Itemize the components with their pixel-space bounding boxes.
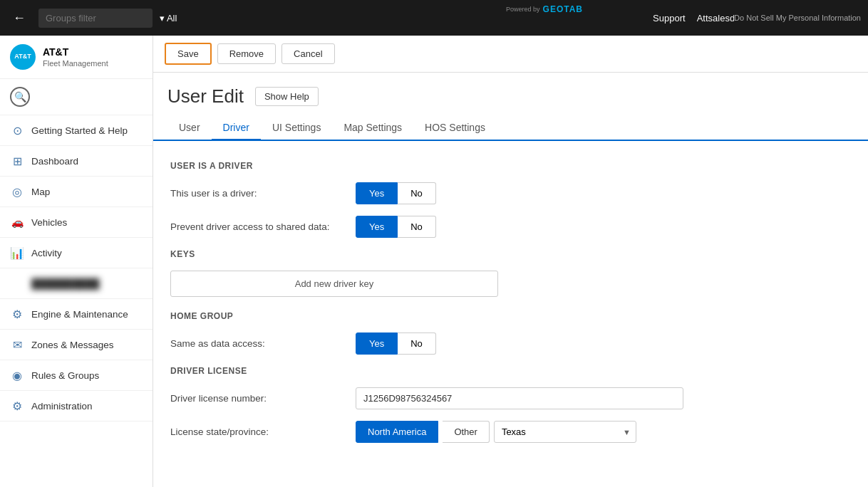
brand-name: AT&T (43, 46, 108, 58)
add-driver-key-button[interactable]: Add new driver key (170, 271, 498, 297)
tab-ui-settings[interactable]: UI Settings (261, 116, 332, 141)
north-america-button[interactable]: North America (356, 421, 438, 443)
sidebar-item-administration[interactable]: ⚙ Administration (0, 391, 153, 421)
sidebar-item-engine[interactable]: ⚙ Engine & Maintenance (0, 299, 153, 330)
sidebar-item-label: Vehicles (31, 217, 67, 228)
prevent-driver-access-row: Prevent driver access to shared data: Ye… (170, 216, 851, 238)
form-content: USER IS A DRIVER This user is a driver: … (153, 141, 868, 468)
brand-sub: Fleet Management (43, 58, 108, 68)
same-as-no-button[interactable]: No (398, 332, 436, 355)
support-link[interactable]: Support (653, 13, 686, 23)
this-user-driver-row: This user is a driver: Yes No (170, 182, 851, 204)
sidebar-item-map[interactable]: ◎ Map (0, 177, 153, 207)
tab-map-settings[interactable]: Map Settings (332, 116, 413, 141)
state-province-select[interactable]: Texas California Florida New York Other (494, 421, 636, 443)
state-select-wrapper: Texas California Florida New York Other … (494, 421, 636, 443)
license-state-group: North America Other Texas California Flo… (356, 421, 636, 443)
rules-icon: ◉ (10, 368, 24, 382)
tabs-nav: User Driver UI Settings Map Settings HOS… (153, 116, 868, 141)
geotab-brand-logo: GEOTAB (543, 4, 583, 14)
sidebar-item-label: Zones & Messages (31, 340, 114, 350)
this-user-driver-toggle: Yes No (356, 182, 436, 204)
sidebar-item-label: Activity (31, 248, 62, 258)
sidebar-item-zones[interactable]: ✉ Zones & Messages (0, 330, 153, 360)
other-state-button[interactable]: Other (443, 421, 490, 443)
all-dropdown[interactable]: ▾ All (160, 13, 177, 23)
activity-icon: 📊 (10, 246, 24, 260)
powered-by-text: Powered by (506, 6, 540, 13)
license-state-label: License state/province: (170, 426, 341, 437)
prevent-yes-button[interactable]: Yes (356, 216, 398, 238)
sidebar-item-search[interactable]: 🔍 (0, 79, 153, 115)
same-as-data-access-label: Same as data access: (170, 338, 341, 349)
blurred-icon (10, 276, 24, 290)
att-logo: AT&T (10, 44, 36, 70)
sidebar-item-dashboard[interactable]: ⊞ Dashboard (0, 146, 153, 177)
keys-section-title: KEYS (170, 249, 851, 259)
this-user-driver-label: This user is a driver: (170, 188, 341, 199)
sidebar-item-rules[interactable]: ◉ Rules & Groups (0, 360, 153, 391)
sidebar-item-label: Map (31, 187, 50, 197)
driver-license-number-input[interactable] (356, 387, 683, 409)
tab-hos-settings[interactable]: HOS Settings (413, 116, 497, 141)
tab-driver[interactable]: Driver (212, 116, 261, 141)
same-as-yes-button[interactable]: Yes (356, 332, 398, 355)
user-is-driver-section-title: USER IS A DRIVER (170, 161, 851, 171)
administration-icon: ⚙ (10, 399, 24, 413)
map-icon: ◎ (10, 184, 24, 199)
zones-icon: ✉ (10, 337, 24, 352)
sidebar-item-blurred[interactable]: ██████████ (0, 268, 153, 299)
prevent-no-button[interactable]: No (398, 216, 436, 238)
driver-license-number-row: Driver license number: (170, 387, 851, 409)
same-as-data-toggle: Yes No (356, 332, 436, 355)
driver-license-section-title: DRIVER LICENSE (170, 366, 851, 376)
license-state-row: License state/province: North America Ot… (170, 421, 851, 443)
sidebar-item-label: Rules & Groups (31, 370, 99, 381)
sidebar-item-activity[interactable]: 📊 Activity (0, 238, 153, 268)
page-title: User Edit (167, 85, 244, 108)
cancel-button[interactable]: Cancel (281, 43, 334, 64)
sidebar-item-label: Dashboard (31, 156, 78, 167)
toolbar: Save Remove Cancel (153, 36, 868, 73)
getting-started-icon: ⊙ (10, 123, 24, 137)
dashboard-icon: ⊞ (10, 154, 24, 168)
sidebar-item-vehicles[interactable]: 🚗 Vehicles (0, 207, 153, 238)
sidebar-item-label: Getting Started & Help (31, 125, 128, 136)
vehicles-icon: 🚗 (10, 215, 24, 229)
prevent-driver-access-label: Prevent driver access to shared data: (170, 221, 341, 232)
prevent-driver-toggle: Yes No (356, 216, 436, 238)
driver-license-number-label: Driver license number: (170, 393, 341, 404)
this-user-no-button[interactable]: No (398, 182, 436, 204)
home-group-section-title: HOME GROUP (170, 311, 851, 321)
sidebar-item-label: Engine & Maintenance (31, 309, 128, 320)
do-not-sell-link[interactable]: Do Not Sell My Personal Information (734, 14, 861, 22)
back-button[interactable]: ← (7, 8, 31, 28)
sidebar-item-label: ██████████ (31, 278, 100, 289)
search-icon[interactable]: 🔍 (10, 87, 30, 107)
keys-section: Add new driver key (170, 271, 851, 297)
tab-user[interactable]: User (167, 116, 212, 141)
sidebar-logo: AT&T AT&T Fleet Management (0, 36, 153, 79)
engine-icon: ⚙ (10, 307, 24, 321)
same-as-data-access-row: Same as data access: Yes No (170, 332, 851, 355)
groups-filter-input[interactable] (38, 9, 153, 28)
this-user-yes-button[interactable]: Yes (356, 182, 398, 204)
sidebar-item-label: Administration (31, 401, 93, 412)
show-help-button[interactable]: Show Help (255, 87, 319, 106)
save-button[interactable]: Save (165, 43, 212, 65)
sidebar: AT&T AT&T Fleet Management 🔍 ⊙ Getting S… (0, 36, 153, 487)
content-area: Save Remove Cancel User Edit Show Help U… (153, 36, 868, 487)
sidebar-item-getting-started[interactable]: ⊙ Getting Started & Help (0, 115, 153, 146)
page-header: User Edit Show Help (153, 73, 868, 108)
remove-button[interactable]: Remove (217, 43, 276, 64)
